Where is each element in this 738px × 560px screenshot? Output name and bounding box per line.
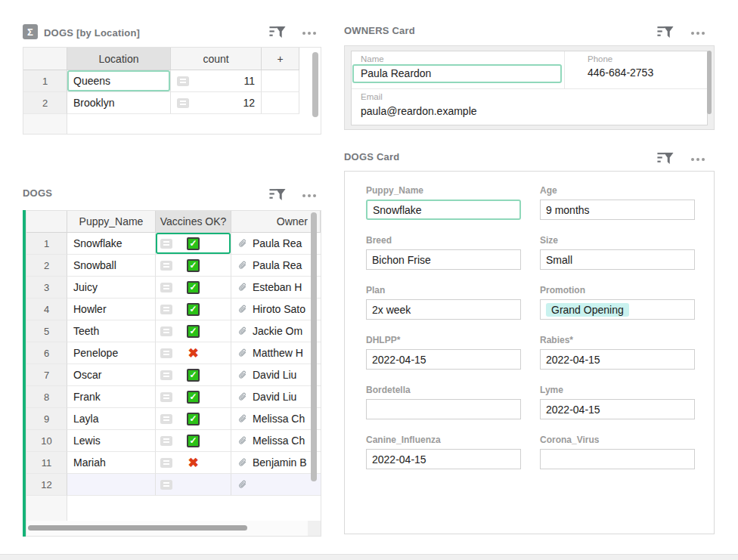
corner-header-cell[interactable] bbox=[23, 48, 67, 70]
vaccines-cell[interactable] bbox=[156, 342, 231, 364]
sort-filter-icon[interactable] bbox=[656, 25, 674, 39]
count-cell[interactable]: 12 bbox=[171, 92, 262, 114]
horizontal-scrollbar-track[interactable] bbox=[26, 521, 321, 536]
vaccines-cell[interactable] bbox=[156, 364, 231, 386]
owner-name-value[interactable]: Paula Reardon bbox=[352, 64, 562, 83]
corner-header-cell[interactable] bbox=[26, 211, 67, 233]
expand-record-icon[interactable] bbox=[177, 98, 189, 108]
field-value[interactable]: 2x week bbox=[366, 299, 521, 320]
expand-record-icon[interactable] bbox=[160, 239, 172, 249]
expand-record-icon[interactable] bbox=[160, 436, 172, 446]
expand-record-icon[interactable] bbox=[160, 392, 172, 402]
owner-name-field[interactable]: Name Paula Reardon bbox=[352, 51, 565, 88]
expand-record-icon[interactable] bbox=[177, 76, 189, 86]
puppy-name-cell[interactable]: Penelope bbox=[67, 342, 156, 364]
row-number[interactable]: 9 bbox=[26, 408, 67, 430]
owner-cell[interactable]: Hiroto Sato bbox=[231, 299, 321, 320]
puppy-name-cell[interactable]: Oscar bbox=[67, 364, 156, 386]
vaccines-cell[interactable] bbox=[156, 255, 231, 277]
puppy-name-cell[interactable]: Lewis bbox=[67, 430, 156, 452]
vaccines-cell[interactable] bbox=[156, 452, 231, 474]
owner-phone-field[interactable]: Phone 446-684-2753 bbox=[565, 51, 707, 88]
vertical-scrollbar[interactable] bbox=[707, 51, 712, 114]
column-header-location[interactable]: Location bbox=[67, 48, 171, 70]
expand-record-icon[interactable] bbox=[160, 326, 172, 336]
row-number[interactable]: 6 bbox=[26, 342, 67, 364]
field-value[interactable]: Bichon Frise bbox=[366, 249, 521, 270]
sort-filter-icon[interactable] bbox=[268, 25, 287, 39]
vaccines-cell[interactable] bbox=[156, 320, 231, 342]
expand-record-icon[interactable] bbox=[160, 414, 172, 424]
widget-menu-icon[interactable] bbox=[301, 29, 318, 38]
add-column-cell[interactable] bbox=[262, 70, 299, 92]
row-number[interactable]: 5 bbox=[26, 320, 67, 342]
owner-cell[interactable]: David Liu bbox=[231, 386, 321, 408]
row-number[interactable]: 8 bbox=[26, 386, 67, 408]
row-number[interactable]: 2 bbox=[26, 255, 67, 277]
row-number[interactable]: 7 bbox=[26, 364, 67, 386]
field-value[interactable]: 2022-04-15 bbox=[540, 349, 695, 370]
owner-cell[interactable]: David Liu bbox=[231, 364, 321, 386]
expand-record-icon[interactable] bbox=[160, 370, 172, 380]
owners-card[interactable]: Name Paula Reardon Phone 446-684-2753 Em… bbox=[351, 51, 708, 125]
field-value[interactable]: Small bbox=[540, 249, 695, 270]
owner-cell[interactable]: Jackie Om bbox=[231, 320, 321, 342]
puppy-name-cell[interactable]: Mariah bbox=[67, 452, 156, 474]
owner-email-field[interactable]: Email paula@reardon.example bbox=[352, 89, 707, 117]
page-horizontal-scrollbar-track[interactable] bbox=[0, 554, 738, 560]
puppy-name-cell[interactable] bbox=[67, 474, 156, 496]
column-header-count[interactable]: count bbox=[171, 48, 262, 70]
owner-email-value[interactable]: paula@reardon.example bbox=[352, 102, 707, 117]
field-value[interactable] bbox=[540, 449, 695, 469]
expand-record-icon[interactable] bbox=[160, 458, 172, 468]
row-number[interactable]: 2 bbox=[23, 92, 67, 114]
sort-filter-icon[interactable] bbox=[268, 187, 287, 202]
puppy-name-cell[interactable]: Frank bbox=[67, 386, 156, 408]
row-number[interactable]: 11 bbox=[26, 452, 67, 474]
row-number[interactable]: 3 bbox=[26, 277, 67, 299]
vaccines-cell[interactable] bbox=[156, 386, 231, 408]
vertical-scrollbar[interactable] bbox=[312, 52, 318, 117]
puppy-name-cell[interactable]: Juicy bbox=[67, 277, 156, 299]
puppy-name-cell[interactable]: Snowball bbox=[67, 255, 156, 277]
vaccines-cell[interactable] bbox=[156, 430, 231, 452]
vaccines-cell[interactable] bbox=[156, 408, 231, 430]
row-number[interactable]: 4 bbox=[26, 299, 67, 320]
owner-cell[interactable]: Melissa Ch bbox=[231, 430, 321, 452]
owner-cell[interactable]: Paula Rea bbox=[231, 255, 321, 277]
puppy-name-cell[interactable]: Howler bbox=[67, 299, 156, 320]
field-value[interactable]: 2022-04-15 bbox=[366, 349, 521, 370]
owner-phone-value[interactable]: 446-684-2753 bbox=[565, 64, 707, 79]
expand-record-icon[interactable] bbox=[160, 480, 172, 490]
location-cell[interactable]: Queens bbox=[67, 70, 171, 92]
add-column-cell[interactable] bbox=[262, 92, 299, 114]
owner-cell[interactable]: Esteban H bbox=[231, 277, 321, 299]
field-value[interactable]: 9 months bbox=[540, 200, 695, 220]
row-number[interactable]: 12 bbox=[26, 474, 67, 496]
owner-cell[interactable]: Benjamin B bbox=[231, 452, 321, 474]
expand-record-icon[interactable] bbox=[160, 261, 172, 271]
owner-cell[interactable]: Paula Rea bbox=[231, 233, 321, 255]
owner-cell[interactable]: Matthew H bbox=[231, 342, 321, 364]
count-cell[interactable]: 11 bbox=[171, 70, 262, 92]
column-header-vaccines[interactable]: Vaccines OK? bbox=[156, 211, 231, 233]
field-value[interactable]: Snowflake bbox=[366, 200, 521, 220]
vaccines-cell[interactable] bbox=[156, 233, 231, 255]
column-header-puppy-name[interactable]: Puppy_Name bbox=[67, 211, 156, 233]
widget-menu-icon[interactable] bbox=[690, 155, 706, 164]
horizontal-scrollbar[interactable] bbox=[28, 525, 247, 531]
row-number[interactable]: 1 bbox=[23, 70, 67, 92]
widget-menu-icon[interactable] bbox=[690, 29, 706, 38]
vaccines-cell[interactable] bbox=[156, 277, 231, 299]
puppy-name-cell[interactable]: Teeth bbox=[67, 320, 156, 342]
row-number[interactable]: 1 bbox=[26, 233, 67, 255]
add-column-header[interactable]: + bbox=[262, 48, 299, 70]
field-value[interactable]: 2022-04-15 bbox=[366, 449, 521, 469]
field-value[interactable] bbox=[366, 399, 521, 419]
column-header-owner[interactable]: Owner bbox=[231, 211, 321, 233]
field-value[interactable]: 2022-04-15 bbox=[540, 399, 695, 419]
owner-cell[interactable]: Melissa Ch bbox=[231, 408, 321, 430]
vaccines-cell[interactable] bbox=[156, 474, 231, 496]
field-value[interactable]: Grand Opening bbox=[540, 299, 695, 320]
row-number[interactable]: 10 bbox=[26, 430, 67, 452]
